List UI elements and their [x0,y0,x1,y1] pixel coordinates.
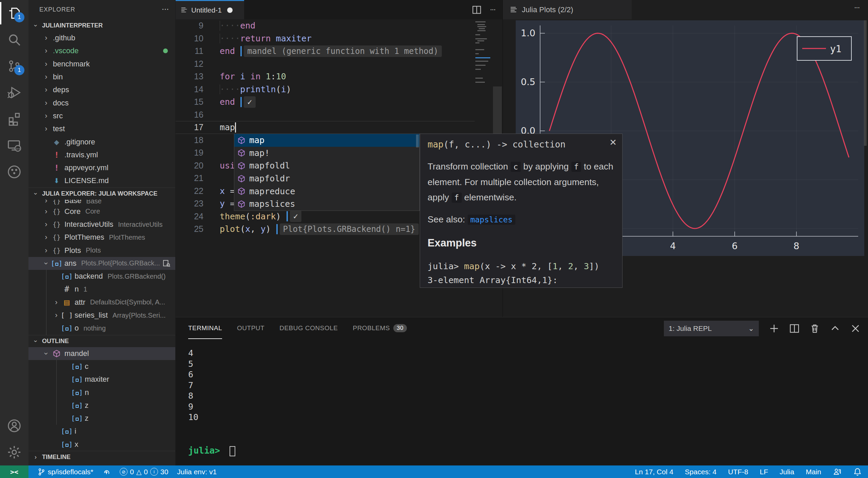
workspace-item-attr[interactable]: ›▤attrDefaultsDict{Symbol, A... [28,296,175,309]
section-header-timeline[interactable]: › TIMELINE [28,451,175,463]
panel-tab-terminal[interactable]: TERMINAL [188,317,222,339]
plot-panel-scrollbar[interactable] [864,20,867,146]
plot-panel-more-icon[interactable]: ··· [854,5,860,11]
cursor-position-item[interactable]: Ln 17, Col 4 [635,468,673,476]
file-item-docs[interactable]: ›docs [28,96,175,109]
eol-item[interactable]: LF [760,468,768,476]
notifications-item[interactable] [853,467,862,476]
chevron-right-icon[interactable]: › [41,220,51,229]
chevron-right-icon[interactable]: › [41,207,51,216]
editor-scrollbar[interactable] [493,86,502,137]
suggest-scrollbar[interactable] [416,135,419,147]
sync-item[interactable] [102,467,111,476]
indentation-item[interactable]: Spaces: 4 [685,468,716,476]
account-button[interactable] [0,413,28,439]
git-branch-item[interactable]: sp/isdeflocals* [37,468,93,476]
chevron-right-icon[interactable]: › [41,112,51,120]
workspace-item-o[interactable]: []onothing [28,322,175,335]
workspace-item-ans[interactable]: ›[]ansPlots.Plot{Plots.GRBack... [28,257,175,270]
file-item-deps[interactable]: ›deps [28,83,175,96]
file-item-github[interactable]: ›.github [28,32,175,44]
suggest-item-mapreduce[interactable]: mapreduce [234,185,419,198]
chevron-right-icon[interactable]: › [41,73,51,81]
extensions-activity-button[interactable] [0,106,28,132]
outline-item-z[interactable]: []z [28,399,175,412]
workspace-item-serieslist[interactable]: ›[ ]series_listArray{Plots.Seri... [28,309,175,322]
chevron-right-icon[interactable]: › [41,124,51,133]
outline-item-i[interactable]: []i [28,425,175,438]
workspace-item-interactiveutils[interactable]: ›{}InteractiveUtilsInteractiveUtils [28,218,175,231]
new-terminal-icon[interactable] [769,323,779,334]
julia-env-item[interactable]: Julia env: v1 [177,468,217,476]
chevron-right-icon[interactable]: › [41,99,51,107]
julia-activity-button[interactable] [0,159,28,185]
remote-explorer-activity-button[interactable]: >< [0,132,28,159]
workspace-item-n[interactable]: #n1 [28,283,175,296]
workspace-item-backend[interactable]: []backendPlots.GRBackend() [28,270,175,283]
terminal-selector[interactable]: 1: Julia REPL ⌄ [664,321,759,336]
suggest-item-mapfoldr[interactable]: mapfoldr [234,172,419,185]
file-item-vscode[interactable]: ›.vscode [28,44,175,57]
section-header-julia-workspace[interactable]: › JULIA EXPLORER: JULIA WORKSPACE [28,187,175,200]
file-item-bin[interactable]: ›bin [28,71,175,83]
split-editor-icon[interactable] [472,5,481,15]
language-mode-item[interactable]: Julia [780,468,794,476]
editor-more-icon[interactable]: ··· [490,7,496,13]
close-panel-icon[interactable] [850,323,861,334]
open-preview-icon[interactable] [162,259,171,270]
modified-dot-icon[interactable] [227,7,233,13]
suggest-item-map[interactable]: map! [234,147,419,160]
chevron-right-icon[interactable]: › [41,34,51,42]
settings-button[interactable] [0,439,28,465]
outline-item-z[interactable]: []z [28,412,175,425]
minimap[interactable] [475,21,491,109]
section-header-juliainterpreter[interactable]: › JULIAINTERPRETER [28,19,175,32]
chevron-down-icon[interactable]: › [42,349,51,358]
remote-indicator[interactable]: >< [0,465,28,478]
file-item-gitignore[interactable]: ◆.gitignore [28,135,175,148]
source-control-activity-button[interactable]: 1 [0,53,28,79]
outline-item-n[interactable]: []n [28,386,175,399]
tab-untitled-1[interactable]: Untitled-1 [176,0,244,19]
julia-main-item[interactable]: Main [806,468,821,476]
kill-terminal-icon[interactable] [810,323,820,334]
chevron-right-icon[interactable]: › [41,233,51,242]
feedback-item[interactable] [833,467,842,476]
chevron-right-icon[interactable]: › [52,298,61,307]
run-debug-activity-button[interactable] [0,79,28,106]
julia-plots-tab[interactable]: Julia Plots (2/2) [503,0,632,19]
suggest-item-mapslices[interactable]: mapslices [234,198,419,211]
chevron-right-icon[interactable]: › [41,60,51,68]
panel-tab-debug-console[interactable]: DEBUG CONSOLE [279,317,338,339]
explorer-activity-button[interactable]: 1 [0,0,28,26]
section-header-outline[interactable]: › OUTLINE [28,335,175,347]
file-item-licensemd[interactable]: ⬇LICENSE.md [28,174,175,187]
panel-tab-problems[interactable]: PROBLEMS30 [353,317,407,339]
chevron-right-icon[interactable]: › [52,311,61,320]
close-icon[interactable]: ✕ [609,137,617,148]
workspace-item-base[interactable]: ›{}BaseBase [28,200,175,205]
search-activity-button[interactable] [0,26,28,53]
file-item-src[interactable]: ›src [28,109,175,122]
split-terminal-icon[interactable] [789,323,800,334]
outline-item-x[interactable]: []x [28,438,175,451]
suggest-item-map[interactable]: map [234,134,419,147]
problems-item[interactable]: ⊘ 0 △ 0 i 30 [120,468,168,476]
outline-item-mandel[interactable]: ›mandel [28,347,175,360]
mapslices-link[interactable]: mapslices [468,215,515,225]
file-item-benchmark[interactable]: ›benchmark [28,58,175,71]
panel-tab-output[interactable]: OUTPUT [237,317,264,339]
explorer-more-icon[interactable]: ··· [162,6,169,13]
workspace-item-plotthemes[interactable]: ›{}PlotThemesPlotThemes [28,231,175,244]
maximize-panel-icon[interactable] [830,323,840,334]
outline-item-maxiter[interactable]: []maxiter [28,373,175,386]
file-item-appveyoryml[interactable]: !appveyor.yml [28,161,175,174]
chevron-down-icon[interactable]: › [42,259,51,268]
encoding-item[interactable]: UTF-8 [728,468,748,476]
chevron-right-icon[interactable]: › [41,200,51,205]
workspace-item-core[interactable]: ›{}CoreCore [28,205,175,218]
suggest-item-mapfoldl[interactable]: mapfoldl [234,159,419,172]
chevron-right-icon[interactable]: › [41,46,51,55]
chevron-right-icon[interactable]: › [41,246,51,255]
file-item-travisyml[interactable]: !.travis.yml [28,148,175,161]
